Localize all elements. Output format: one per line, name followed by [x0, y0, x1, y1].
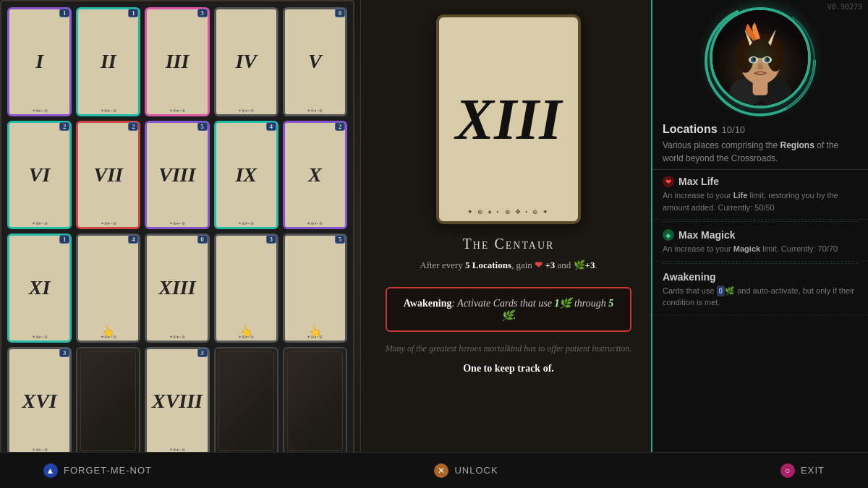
max-magick-header: ◈ Max Magick — [663, 229, 858, 241]
unlock-icon: ✕ — [434, 463, 448, 478]
card-roman-numeral: III — [166, 50, 190, 73]
card-text-decoration: ✦⊕♦⋆⊕ — [9, 334, 69, 339]
card-text-decoration: ✦⊕♦⋆⊕ — [9, 221, 69, 226]
card-face: VIII✦⊕♦⋆⊕ — [145, 121, 209, 230]
card-tagline: One to keep track of. — [463, 363, 554, 374]
max-life-title: Max Life — [678, 176, 719, 187]
card-card-xx[interactable] — [283, 347, 347, 456]
card-face: XIII✦⊕♦⋆⊕ — [145, 234, 209, 343]
card-card-xviii[interactable]: XVIII✦⊕♦⋆⊕3 — [145, 347, 209, 456]
card-text-decoration: ✦⊕♦⋆⊕ — [147, 447, 207, 452]
card-card-iv[interactable]: IV✦⊕♦⋆⊕ — [214, 7, 278, 116]
portrait-section — [652, 0, 868, 116]
card-card-x[interactable]: X✦⊕♦⋆⊕2 — [283, 121, 347, 230]
flavour-text: Many of the greatest heroes mortalkind h… — [371, 342, 647, 356]
max-magick-desc: An increase to your Magick limit. Curren… — [663, 243, 858, 255]
card-roman-numeral: IX — [235, 163, 257, 187]
awakening-box-text: Awakening: Activate Cards that use 1🌿 th… — [401, 297, 616, 322]
card-roman-numeral: VII — [94, 163, 123, 187]
card-roman-numeral: V — [308, 50, 322, 73]
card-roman-numeral: IV — [235, 50, 257, 73]
card-card-ii[interactable]: II✦⊕♦⋆⊕1 — [76, 7, 140, 116]
card-card-xi[interactable]: XI✦⊕♦⋆⊕1 — [7, 234, 72, 343]
card-card-viii[interactable]: VIII✦⊕♦⋆⊕5 — [145, 121, 209, 230]
card-face: I✦⊕♦⋆⊕ — [7, 7, 72, 116]
locations-count: 10/10 — [722, 124, 746, 135]
card-card-xvii[interactable] — [76, 347, 140, 456]
card-text-decoration: ✦⊕♦⋆⊕ — [78, 108, 138, 113]
card-card-xix[interactable] — [214, 347, 278, 456]
card-subtitle: After every 5 Locations, gain ❤ +3 and 🌿… — [398, 258, 619, 273]
card-card-xiv[interactable]: 👆✦⊕♦⋆⊕3 — [214, 234, 278, 343]
card-badge: 1 — [59, 235, 69, 244]
magick-icon: ◈ — [663, 229, 674, 241]
card-roman-numeral: II — [101, 50, 116, 73]
card-badge: 4 — [128, 235, 138, 244]
card-face: XVIII✦⊕♦⋆⊕ — [145, 347, 209, 456]
unlock-button[interactable]: ✕ UNLOCK — [434, 463, 498, 478]
card-card-xvi[interactable]: XVI✦⊕♦⋆⊕3 — [7, 347, 72, 456]
card-badge: 2 — [59, 122, 69, 131]
card-roman-numeral: XVIII — [152, 390, 203, 413]
card-badge: 2 — [128, 122, 138, 131]
card-card-xv[interactable]: 👆✦⊕♦⋆⊕5 — [283, 234, 347, 343]
gain-2: 🌿+3 — [574, 260, 595, 270]
card-grid-panel: I✦⊕♦⋆⊕1II✦⊕♦⋆⊕1III✦⊕♦⋆⊕3IV✦⊕♦⋆⊕V✦⊕♦⋆⊕0VI… — [0, 0, 354, 463]
card-text-decoration: ✦⊕♦⋆⊕ — [78, 334, 138, 339]
card-card-xii[interactable]: 👆✦⊕♦⋆⊕4 — [76, 234, 140, 343]
card-text-decoration: ✦⊕♦⋆⊕ — [9, 447, 69, 452]
awakening-text-1: : Activate Cards that use — [451, 298, 554, 309]
card-face: IX✦⊕♦⋆⊕ — [214, 121, 278, 230]
card-badge: 5 — [335, 235, 345, 244]
card-roman-numeral: I — [35, 50, 43, 73]
card-card-xiii[interactable]: XIII✦⊕♦⋆⊕0 — [145, 234, 209, 343]
card-card-vii[interactable]: VII✦⊕♦⋆⊕2 — [76, 121, 140, 230]
exit-button[interactable]: ○ EXIT — [780, 463, 825, 478]
card-face: X✦⊕♦⋆⊕ — [283, 121, 347, 230]
card-face: VII✦⊕♦⋆⊕ — [76, 121, 140, 230]
card-badge: 5 — [197, 122, 208, 131]
card-roman-numeral: XVI — [22, 390, 56, 413]
max-life-desc: An increase to your Life limit, restorin… — [663, 189, 858, 213]
card-back-face — [76, 347, 140, 456]
card-card-ix[interactable]: IX✦⊕♦⋆⊕4 — [214, 121, 278, 230]
card-badge: 3 — [266, 235, 276, 244]
subtitle-mid: , gain — [511, 260, 535, 270]
card-badge: 2 — [335, 122, 345, 131]
gain-1: ❤ +3 — [535, 260, 555, 270]
max-life-header: ❤ Max Life — [663, 176, 858, 187]
card-title: The Centaur — [463, 236, 555, 252]
locations-header: Locations 10/10 — [663, 123, 858, 136]
locations-section: Locations 10/10 Various places comprisin… — [652, 116, 868, 170]
card-text-decoration: ✦⊕♦⋆⊕ — [9, 108, 69, 113]
max-magick-title: Max Magick — [678, 229, 736, 241]
card-face: VI✦⊕♦⋆⊕ — [7, 121, 72, 230]
awakening-text-3: . — [514, 310, 516, 321]
awakening-text-2: through — [571, 298, 608, 309]
card-card-vi[interactable]: VI✦⊕♦⋆⊕2 — [7, 121, 72, 230]
awakening-num-1: 1 — [554, 298, 559, 309]
card-card-iii[interactable]: III✦⊕♦⋆⊕3 — [145, 7, 209, 116]
card-badge: 3 — [197, 9, 208, 17]
card-text-decoration: ✦⊕♦⋆⊕ — [285, 221, 345, 226]
forget-me-not-button[interactable]: ▲ FORGET-ME-NOT — [43, 463, 152, 478]
card-text-decoration: ✦⊕♦⋆⊕ — [216, 334, 276, 339]
max-life-section: ❤ Max Life An increase to your Life limi… — [652, 170, 868, 220]
card-face: IV✦⊕♦⋆⊕ — [214, 7, 278, 116]
card-card-v[interactable]: V✦⊕♦⋆⊕0 — [283, 7, 347, 116]
card-face: XVI✦⊕♦⋆⊕ — [7, 347, 72, 456]
card-text-decoration: ✦⊕♦⋆⊕ — [147, 221, 207, 226]
locations-title: Locations — [663, 123, 718, 136]
forget-icon: ▲ — [43, 463, 58, 478]
center-panel: XIII ✦ ⊕ ♦ ⋆ ⊕ ❖ • ⊕ ✦ The Centaur After… — [360, 0, 657, 488]
card-face: III✦⊕♦⋆⊕ — [145, 7, 209, 116]
card-face: 👆✦⊕♦⋆⊕ — [76, 234, 140, 343]
card-badge: 0 — [335, 9, 345, 17]
card-badge: 3 — [197, 348, 208, 357]
max-magick-section: ◈ Max Magick An increase to your Magick … — [652, 223, 868, 262]
card-face: 👆✦⊕♦⋆⊕ — [214, 234, 278, 343]
card-badge: 3 — [59, 348, 69, 357]
card-card-i[interactable]: I✦⊕♦⋆⊕1 — [7, 7, 72, 116]
main-card-decoration: ✦ ⊕ ♦ ⋆ ⊕ ❖ • ⊕ ✦ — [439, 208, 578, 215]
awakening-box: Awakening: Activate Cards that use 1🌿 th… — [386, 287, 631, 332]
